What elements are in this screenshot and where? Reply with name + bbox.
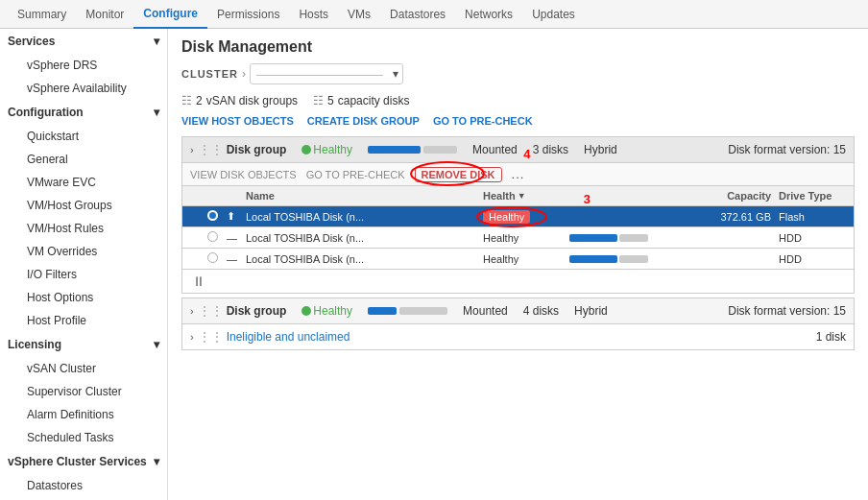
- action-links-bar: VIEW HOST OBJECTS CREATE DISK GROUP GO T…: [181, 115, 855, 127]
- view-host-objects-link[interactable]: VIEW HOST OBJECTS: [181, 115, 294, 127]
- breadcrumb-cluster: CLUSTER: [181, 68, 238, 80]
- sidebar-item-quickstart[interactable]: Quickstart: [8, 125, 167, 148]
- go-to-pre-check-link[interactable]: GO TO PRE-CHECK: [433, 115, 533, 127]
- page-title: Disk Management: [181, 38, 855, 56]
- tab-hosts[interactable]: Hosts: [289, 0, 338, 29]
- disk-group-2-header: › ⋮⋮ Disk group Healthy Mounted 4 disks …: [181, 298, 855, 324]
- sidebar-item-supervisor-cluster[interactable]: Supervisor Cluster: [8, 380, 167, 403]
- disk-row-1-drive-type: Flash: [779, 211, 846, 223]
- breadcrumb-dropdown-value: ————————————: [256, 68, 383, 80]
- disk-row-3-bar: [569, 255, 694, 263]
- sidebar-item-vsan-cluster[interactable]: vSAN Cluster: [8, 357, 167, 380]
- sidebar-section-configuration[interactable]: Configuration ▾: [0, 100, 167, 125]
- disk-row-1[interactable]: ⬆ Local TOSHIBA Disk (n... Healthy 3 372…: [181, 206, 855, 227]
- annotation-4: 4: [523, 147, 530, 161]
- bar-empty-3: [619, 255, 648, 263]
- disk-row-1-health-cell: Healthy 3: [483, 211, 569, 223]
- disk-type-icon: ⬆: [227, 210, 246, 223]
- sidebar-item-host-options[interactable]: Host Options: [8, 286, 167, 309]
- sidebar-item-vm-host-rules[interactable]: VM/Host Rules: [8, 217, 167, 240]
- go-to-pre-check-btn[interactable]: GO TO PRE-CHECK: [306, 169, 405, 180]
- view-disk-objects-btn[interactable]: VIEW DISK OBJECTS: [190, 169, 297, 180]
- summary-bar: ☷ 2 vSAN disk groups ☷ 5 capacity disks: [181, 94, 855, 107]
- sidebar-item-datastores[interactable]: Datastores: [8, 474, 167, 497]
- usage-bar-empty-2: [399, 307, 447, 315]
- disk-group-2-type: Hybrid: [574, 304, 608, 318]
- disk-row-3-drive-type: HDD: [779, 253, 846, 265]
- disk-group-1-type: Hybrid: [584, 143, 617, 156]
- disk-row-1-capacity: 372.61 GB: [694, 211, 771, 223]
- breadcrumb: CLUSTER › ———————————— ▾: [181, 63, 855, 84]
- disk-group-1-label: Disk group: [227, 143, 287, 156]
- tab-permissions[interactable]: Permissions: [207, 0, 289, 29]
- disk-groups-count: 2: [196, 94, 203, 107]
- chevron-down-icon: ▾: [154, 35, 159, 48]
- health-col-header: Health ▼: [483, 190, 569, 202]
- pause-icon: ⏸: [192, 274, 205, 289]
- expand-icon-2[interactable]: ›: [190, 305, 194, 317]
- disk-row-2-bar: [569, 234, 694, 242]
- top-navigation: Summary Monitor Configure Permissions Ho…: [0, 0, 868, 29]
- sidebar-item-host-profile[interactable]: Host Profile: [8, 309, 167, 332]
- sidebar-item-vsphere-availability[interactable]: vSphere Availability: [8, 77, 167, 100]
- disk-row-3[interactable]: — Local TOSHIBA Disk (n... Healthy HDD: [181, 249, 855, 270]
- remove-disk-btn[interactable]: REMOVE DISK: [415, 167, 502, 182]
- name-col-header: Name: [246, 190, 483, 202]
- sort-icon[interactable]: ▼: [518, 191, 526, 201]
- sidebar-item-vmware-evc[interactable]: VMware EVC: [8, 171, 167, 194]
- health-status-icon: [301, 145, 311, 155]
- sidebar-item-alarm-definitions[interactable]: Alarm Definitions: [8, 403, 167, 426]
- sidebar-item-vsphere-drs[interactable]: vSphere DRS: [8, 54, 167, 77]
- ineligible-label[interactable]: Ineligible and unclaimed: [227, 330, 350, 344]
- disk-row-2-health: Healthy: [483, 232, 569, 244]
- disk-groups-label: vSAN disk groups: [206, 94, 298, 107]
- disk-row-1-name: Local TOSHIBA Disk (n...: [246, 211, 483, 223]
- sidebar-item-vm-host-groups[interactable]: VM/Host Groups: [8, 194, 167, 217]
- breadcrumb-dropdown[interactable]: ———————————— ▾: [250, 63, 403, 84]
- capacity-count: 5: [327, 94, 334, 107]
- tab-updates[interactable]: Updates: [522, 0, 585, 29]
- disk-groups-summary: ☷ 2 vSAN disk groups: [181, 94, 298, 107]
- tab-networks[interactable]: Networks: [455, 0, 522, 29]
- disk-group-2-label: Disk group: [227, 304, 287, 318]
- drag-handle-icon-2: ⋮⋮: [198, 303, 223, 319]
- tab-monitor[interactable]: Monitor: [76, 0, 133, 29]
- disk-group-1-health: Healthy: [313, 143, 352, 156]
- tab-datastores[interactable]: Datastores: [380, 0, 455, 29]
- drive-type-col-header: Drive Type: [779, 190, 846, 202]
- more-actions-btn[interactable]: ...: [512, 167, 525, 181]
- capacity-icon: ☷: [313, 94, 324, 107]
- tab-configure[interactable]: Configure: [133, 0, 207, 29]
- chevron-down-icon: ▾: [393, 67, 398, 81]
- bar-empty-2: [619, 234, 648, 242]
- annotation-3: 3: [584, 192, 591, 206]
- disk-group-1-header: › ⋮⋮ Disk group Healthy Mounted 3 disks …: [181, 136, 855, 163]
- chevron-down-icon: ▾: [154, 338, 159, 351]
- sidebar: Services ▾ vSphere DRS vSphere Availabil…: [0, 29, 168, 500]
- sidebar-section-licensing[interactable]: Licensing ▾: [0, 332, 167, 357]
- sidebar-item-general[interactable]: General: [8, 148, 167, 171]
- ineligible-count: 1 disk: [816, 330, 846, 344]
- disk-row-2-name: Local TOSHIBA Disk (n...: [246, 232, 483, 244]
- disk-row-2[interactable]: — Local TOSHIBA Disk (n... Healthy HDD: [181, 227, 855, 249]
- expand-icon[interactable]: ›: [190, 144, 194, 155]
- disk-group-2-disks: 4 disks: [523, 304, 559, 318]
- disk-row-3-health: Healthy: [483, 253, 569, 265]
- tab-summary[interactable]: Summary: [8, 0, 76, 29]
- usage-bar-empty: [423, 146, 457, 154]
- sidebar-section-vsphere-cluster-services[interactable]: vSphere Cluster Services ▾: [0, 449, 167, 474]
- sidebar-section-services[interactable]: Services ▾: [0, 29, 167, 54]
- create-disk-group-link[interactable]: CREATE DISK GROUP: [307, 115, 420, 127]
- ineligible-expand-icon[interactable]: ›: [190, 331, 194, 343]
- pause-row: ⏸: [181, 270, 855, 294]
- drag-handle-icon: ⋮⋮: [198, 142, 223, 157]
- sidebar-item-io-filters[interactable]: I/O Filters: [8, 263, 167, 286]
- disk-type-icon-3: —: [227, 253, 246, 265]
- sidebar-item-vm-overrides[interactable]: VM Overrides: [8, 240, 167, 263]
- disk-group-2-health: Healthy: [313, 304, 352, 318]
- tab-vms[interactable]: VMs: [338, 0, 380, 29]
- chevron-down-icon: ▾: [154, 455, 159, 468]
- ineligible-row: › ⋮⋮ Ineligible and unclaimed 1 disk: [181, 324, 855, 350]
- breadcrumb-chevron-icon: ›: [242, 67, 246, 81]
- sidebar-item-scheduled-tasks[interactable]: Scheduled Tasks: [8, 426, 167, 449]
